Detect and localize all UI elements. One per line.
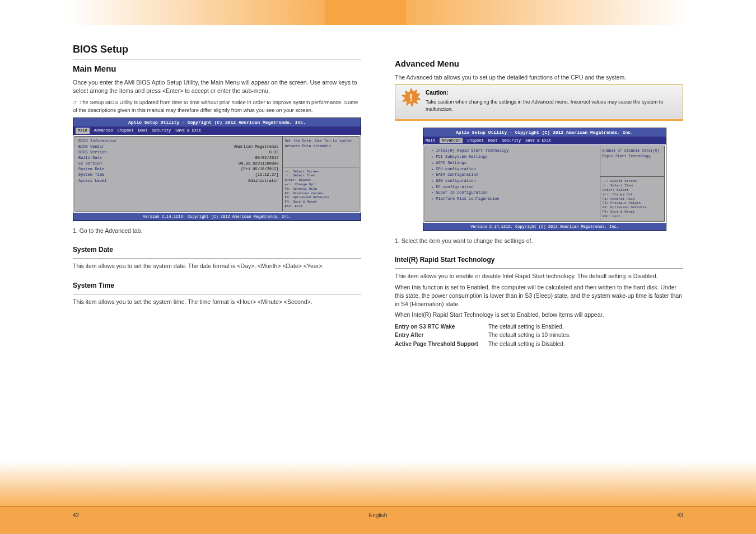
bios-nav-pane: →←: Select Screen↑↓: Select ItemEnter: S…	[600, 177, 664, 221]
bios-tabs: Main Advanced Chipset Boot Security Save…	[423, 137, 666, 144]
step-1: 1. Go to the Advanced tab.	[73, 227, 361, 235]
heading-system-date: System Date	[73, 245, 361, 255]
irst-desc-3: When Intel(R) Rapid Start Technology is …	[395, 311, 683, 319]
bios-footer: Version 2.14.1219. Copyright (C) 2012 Am…	[73, 213, 361, 221]
bios-title: Aptio Setup Utility - Copyright (C) 2012…	[73, 118, 361, 127]
header-tab-center	[325, 0, 406, 25]
bios-tabs: Main Advanced Chipset Boot Security Save…	[73, 127, 361, 134]
caution-body: Take caution when changing the settings …	[426, 99, 677, 112]
system-time-description: This item allows you to set the system t…	[73, 298, 361, 306]
advanced-intro: The Advanced tab allows you to set up th…	[395, 73, 683, 82]
bios-tab-main: Main	[76, 128, 90, 133]
step-1-right: 1. Select the item you want to change th…	[395, 237, 683, 245]
bios-footer: Version 2.14.1219. Copyright (C) 2012 Am…	[423, 223, 666, 231]
footer-fade	[0, 461, 756, 506]
bios-tab-boot: Boot	[138, 128, 148, 133]
header-fade-left	[67, 0, 325, 25]
bios-tab-saveexit: Save & Exit	[175, 128, 201, 133]
bios-tab-chipset: Chipset	[467, 138, 483, 143]
divider	[73, 59, 361, 59]
bios-screenshot-main: Aptio Setup Utility - Copyright (C) 2012…	[73, 118, 361, 221]
bios-main-pane: Intel(R) Rapid Start TechnologyPCI Subsy…	[425, 146, 600, 221]
section-heading-advanced: Advanced Menu	[395, 58, 683, 70]
bios-title: Aptio Setup Utility - Copyright (C) 2012…	[423, 128, 666, 137]
page-title-left: BIOS Setup	[73, 42, 361, 57]
left-column: BIOS Setup Main Menu Once you enter the …	[73, 42, 361, 349]
divider	[395, 268, 683, 269]
divider	[73, 258, 361, 259]
top-header-band	[67, 0, 689, 25]
defaults-table: Entry on S3 RTC WakeThe default setting …	[395, 323, 581, 349]
right-column: Advanced Menu The Advanced tab allows yo…	[395, 42, 683, 349]
page-number-right: 43	[677, 512, 683, 518]
header-fade-right	[406, 0, 689, 25]
bios-screenshot-advanced: Aptio Setup Utility - Copyright (C) 2012…	[423, 128, 666, 231]
caution-title: Caution:	[426, 89, 677, 97]
irst-desc-2: When this function is set to Enabled, th…	[395, 283, 683, 309]
bios-tab-boot: Boot	[488, 138, 498, 143]
bios-help-pane: Enable or disable Intel(R) Rapid Start T…	[600, 146, 664, 177]
heading-system-time: System Time	[73, 281, 361, 291]
intro-paragraph: Once you enter the AMI BIOS Aptio Setup …	[73, 78, 361, 95]
caution-burst-icon: !	[401, 88, 421, 108]
note-paragraph: ☞ The Setup BIOS Utility is updated from…	[73, 99, 361, 114]
section-heading-main-menu: Main Menu	[73, 63, 361, 75]
system-date-description: This item allows you to set the system d…	[73, 262, 361, 270]
svg-text:!: !	[409, 92, 413, 104]
bios-help-pane: Set the Date. Use Tab to switch between …	[282, 137, 360, 167]
bios-tab-chipset: Chipset	[117, 128, 133, 133]
bios-tab-saveexit: Save & Exit	[525, 138, 551, 143]
page-number-left: 42	[73, 512, 79, 518]
bios-nav-pane: →←: Select Screen↑↓: Select ItemEnter: S…	[282, 167, 360, 211]
divider	[73, 294, 361, 294]
caution-box: ! Caution: Take caution when changing th…	[395, 84, 683, 121]
bios-tab-advanced: Advanced	[440, 138, 463, 143]
irst-desc-1: This item allows you to enable or disabl…	[395, 272, 683, 280]
bios-tab-main: Main	[426, 138, 435, 143]
bios-tab-advanced: Advanced	[94, 128, 113, 133]
heading-irst: Intel(R) Rapid Start Technology	[395, 255, 683, 265]
bios-tab-security: Security	[502, 138, 521, 143]
bios-tab-security: Security	[152, 128, 171, 133]
bios-main-pane: BIOS InformationBIOS VendorAmerican Mega…	[75, 137, 282, 211]
footer-bar: 42 English 43	[0, 506, 756, 534]
footer-language: English	[369, 512, 388, 518]
